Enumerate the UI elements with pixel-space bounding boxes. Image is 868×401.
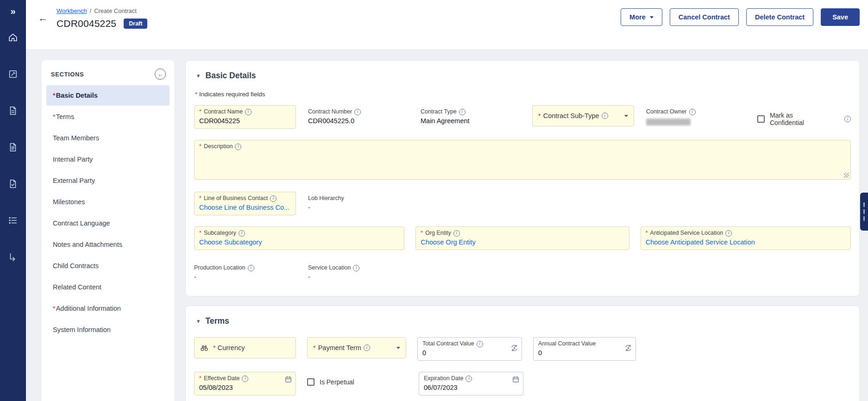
sections-panel: SECTIONS ← * Basic Details * Terms Team … [42, 60, 174, 401]
document-icon[interactable] [4, 101, 22, 120]
list-icon[interactable] [4, 211, 22, 230]
is-perpetual-checkbox[interactable] [307, 378, 314, 386]
choose-subcategory-link[interactable]: Choose Subcategory [199, 238, 399, 246]
document-lines-icon[interactable] [4, 138, 22, 157]
lob-row: * Line of Business Contact i Choose Line… [194, 192, 851, 215]
info-icon[interactable]: i [353, 265, 359, 271]
info-icon[interactable]: i [844, 116, 851, 122]
breadcrumb: Workbench / Create Contract [57, 7, 147, 14]
currency-field[interactable]: * Currency [194, 337, 296, 358]
resize-handle[interactable] [844, 173, 849, 178]
breadcrumb-current: Create Contract [94, 7, 137, 14]
choose-line-of-business-contact-link[interactable]: Choose Line of Business Co... [199, 204, 291, 211]
production-location-value: - [194, 273, 296, 281]
basic-row-1: * Contract Name i CDR0045225 Contract Nu… [194, 105, 851, 129]
info-icon[interactable]: i [248, 265, 254, 271]
contract-name-field[interactable]: * Contract Name i CDR0045225 [194, 105, 296, 129]
status-badge: Draft [124, 19, 147, 29]
contract-sub-type-dropdown[interactable]: * Contract Sub-Type i [532, 105, 634, 126]
mark-as-confidential-checkbox[interactable] [757, 115, 765, 123]
calendar-icon[interactable] [284, 376, 292, 385]
annual-contract-value[interactable]: 0 [538, 349, 631, 357]
contract-number-field: Contract Number i CDR0045225.0 [308, 105, 409, 128]
choose-anticipated-service-location-link[interactable]: Choose Anticipated Service Location [646, 238, 846, 246]
workflow-icon[interactable] [4, 248, 22, 266]
info-icon[interactable]: i [465, 376, 472, 382]
cancel-contract-button[interactable]: Cancel Contract [670, 8, 739, 26]
info-icon[interactable]: i [242, 376, 248, 382]
collapse-panel-button[interactable]: ← [155, 69, 166, 80]
document-check-icon[interactable] [4, 175, 22, 193]
app-sidebar: » [0, 0, 26, 401]
contract-number-value: CDR0045225.0 [308, 117, 409, 125]
line-of-business-contact-field[interactable]: * Line of Business Contact i Choose Line… [194, 192, 296, 215]
info-icon[interactable]: i [477, 341, 483, 347]
total-contract-value[interactable]: 0 [422, 349, 517, 357]
contract-type-field: Contract Type i Main Agreement [421, 105, 520, 128]
payment-term-dropdown[interactable]: * Payment Term i [307, 337, 406, 358]
contract-name-value[interactable]: CDR0045225 [199, 117, 291, 125]
production-location-field: Production Location i - [194, 261, 296, 284]
sidebar-item-related-content[interactable]: Related Content [46, 277, 170, 297]
sidebar-item-basic-details[interactable]: * Basic Details [46, 85, 170, 106]
is-perpetual-field: Is Perpetual [307, 378, 408, 386]
sidebar-expand-icon[interactable]: » [4, 2, 22, 20]
sidebar-item-child-contracts[interactable]: Child Contracts [46, 256, 170, 276]
required-note: * Indicates required fields [195, 91, 851, 98]
info-icon[interactable]: i [689, 109, 696, 115]
breadcrumb-workbench-link[interactable]: Workbench [57, 7, 87, 14]
info-icon[interactable]: i [459, 109, 465, 115]
terms-card: ▾ Terms * Currency [185, 306, 860, 401]
sidebar-item-external-party[interactable]: External Party [46, 170, 170, 191]
currency-exchange-icon[interactable]: $ [624, 344, 632, 354]
total-contract-value-field[interactable]: Total Contract Value i 0 $ [417, 337, 522, 361]
info-icon[interactable]: i [245, 109, 252, 115]
terms-header[interactable]: ▾ Terms [194, 313, 851, 328]
expiration-date-value[interactable]: 06/07/2023 [424, 384, 518, 391]
delete-contract-button[interactable]: Delete Contract [746, 8, 813, 26]
info-icon[interactable]: i [270, 195, 277, 202]
lob-hierarchy-field: Lob Hierarchy - [308, 192, 410, 214]
annual-contract-value-field[interactable]: Annual Contract Value 0 $ [533, 337, 636, 361]
info-icon[interactable]: i [235, 144, 241, 150]
title-row: CDR0045225 Draft [57, 18, 147, 29]
sidebar-item-system-information[interactable]: System Information [46, 320, 170, 340]
sidebar-item-additional-information[interactable]: * Additional Information [46, 298, 170, 319]
info-icon[interactable]: i [354, 109, 361, 115]
effective-date-field[interactable]: * Effective Date i 05/08/2023 [194, 372, 296, 395]
expiration-date-field[interactable]: Expiration Date i 06/07/2023 [419, 372, 523, 395]
calendar-icon[interactable] [512, 376, 520, 385]
info-icon[interactable]: i [453, 230, 460, 237]
back-arrow-icon[interactable]: ← [38, 12, 48, 24]
more-button[interactable]: More [621, 8, 662, 26]
sidebar-item-internal-party[interactable]: Internal Party [46, 149, 170, 169]
page-header: ← Workbench / Create Contract CDR0045225… [26, 0, 868, 49]
info-icon[interactable]: i [725, 230, 732, 237]
collapse-section-icon[interactable]: ▾ [197, 318, 200, 325]
effective-date-value[interactable]: 05/08/2023 [199, 384, 291, 391]
title-block: Workbench / Create Contract CDR0045225 D… [57, 5, 147, 29]
description-field[interactable]: * Description i [194, 140, 851, 180]
info-icon[interactable]: i [239, 230, 245, 237]
collapse-section-icon[interactable]: ▾ [197, 72, 200, 79]
sidebar-item-terms[interactable]: * Terms [46, 107, 170, 127]
svg-text:$: $ [514, 346, 516, 350]
chevron-down-icon [650, 16, 654, 19]
choose-org-entity-link[interactable]: Choose Org Entity [421, 238, 624, 246]
content: SECTIONS ← * Basic Details * Terms Team … [26, 49, 868, 401]
sidebar-item-notes-and-attachments[interactable]: Notes and Attachments [46, 234, 170, 255]
right-panel-tab[interactable] [860, 193, 868, 231]
sidebar-item-milestones[interactable]: Milestones [46, 192, 170, 212]
sidebar-item-contract-language[interactable]: Contract Language [46, 213, 170, 233]
compose-icon[interactable] [4, 65, 22, 83]
org-entity-field[interactable]: * Org Entity i Choose Org Entity [415, 226, 629, 250]
info-icon[interactable]: i [602, 113, 608, 119]
save-button[interactable]: Save [821, 8, 860, 26]
info-icon[interactable]: i [364, 345, 370, 351]
sidebar-item-team-members[interactable]: Team Members [46, 128, 170, 148]
currency-exchange-icon[interactable]: $ [510, 344, 518, 354]
basic-details-header[interactable]: ▾ Basic Details [194, 67, 851, 82]
anticipated-service-location-field[interactable]: * Anticipated Service Location i Choose … [641, 226, 851, 250]
subcategory-field[interactable]: * Subcategory i Choose Subcategory [194, 226, 404, 250]
home-icon[interactable] [4, 28, 22, 47]
